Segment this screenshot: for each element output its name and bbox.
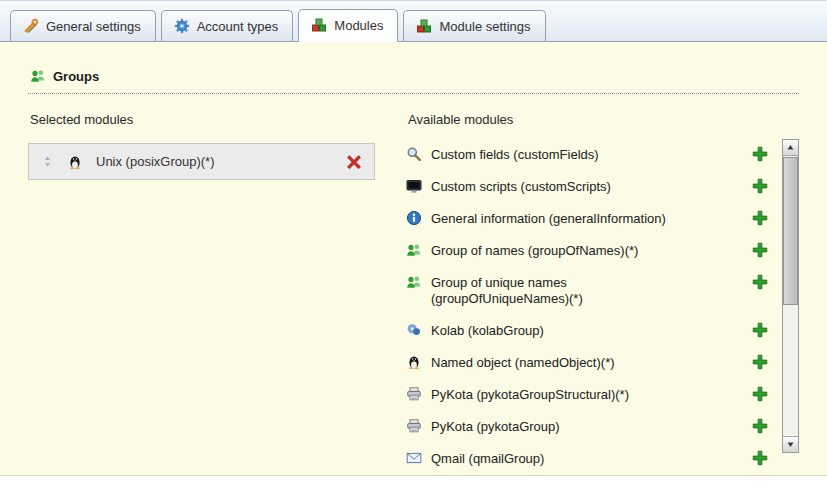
available-modules-column: Available modules Custom fields (customF… <box>406 112 799 475</box>
available-module-row: Named object (namedObject)(*) <box>406 347 782 379</box>
available-module-label: Qmail (qmailGroup) <box>431 450 544 468</box>
add-module-button[interactable] <box>752 178 768 194</box>
tab-account-types[interactable]: Account types <box>161 10 294 41</box>
available-modules-list: Custom fields (customFields) Custom scri… <box>406 139 782 475</box>
magnifier-icon <box>406 146 422 162</box>
tab-general-settings[interactable]: General settings <box>10 10 156 41</box>
available-module-label: Named object (namedObject)(*) <box>431 354 615 372</box>
available-module-label: Kolab (kolabGroup) <box>431 322 544 340</box>
tab-bar: General settings Account types Modules M… <box>0 0 827 42</box>
scrollbar[interactable] <box>782 139 799 453</box>
printer-icon <box>406 418 422 434</box>
kolab-icon <box>406 322 422 338</box>
available-module-label: PyKota (pykotaGroup) <box>431 418 560 436</box>
screen-icon <box>406 178 422 194</box>
available-module-label: General information (generalInformation) <box>431 210 666 228</box>
add-module-button[interactable] <box>752 418 768 434</box>
mail-icon <box>406 450 422 466</box>
section-header: Groups <box>28 42 799 94</box>
available-module-row: PyKota (pykotaGroup) <box>406 411 782 443</box>
scroll-down-button[interactable] <box>783 436 798 452</box>
tab-label: Module settings <box>439 19 530 34</box>
groups-icon <box>30 68 46 84</box>
arrow-up-icon <box>785 142 796 153</box>
selected-module-label: Unix (posixGroup)(*) <box>96 154 333 169</box>
scrollbar-track[interactable] <box>783 156 798 436</box>
modules-icon <box>311 17 327 33</box>
scroll-up-button[interactable] <box>783 140 798 156</box>
printer-icon <box>406 386 422 402</box>
available-module-row: PyKota (pykotaGroupStructural)(*) <box>406 379 782 411</box>
arrow-down-icon <box>785 439 796 450</box>
available-module-label: Group of unique names (groupOfUniqueName… <box>431 274 699 309</box>
tab-label: Modules <box>334 18 383 33</box>
available-module-row: General information (generalInformation) <box>406 203 782 235</box>
available-module-row: Group of names (groupOfNames)(*) <box>406 235 782 267</box>
scrollbar-thumb[interactable] <box>783 157 798 305</box>
selected-modules-column: Selected modules Unix (posixGroup)(*) <box>28 112 390 475</box>
tab-module-settings[interactable]: Module settings <box>403 10 545 41</box>
add-module-button[interactable] <box>752 210 768 226</box>
remove-module-button[interactable] <box>346 154 362 170</box>
add-module-button[interactable] <box>752 242 768 258</box>
available-modules-heading: Available modules <box>406 112 799 127</box>
group-icon <box>406 274 422 290</box>
gear-icon <box>174 18 190 34</box>
tab-modules[interactable]: Modules <box>298 9 398 42</box>
add-module-button[interactable] <box>752 274 768 290</box>
drag-handle-icon[interactable] <box>41 154 54 169</box>
selected-modules-heading: Selected modules <box>28 112 390 127</box>
info-icon <box>406 210 422 226</box>
available-module-label: PyKota (pykotaGroupStructural)(*) <box>431 386 629 404</box>
tab-label: General settings <box>46 19 141 34</box>
available-module-label: Group of names (groupOfNames)(*) <box>431 242 638 260</box>
section-title: Groups <box>53 69 99 84</box>
add-module-button[interactable] <box>752 450 768 466</box>
modules-icon <box>416 18 432 34</box>
available-module-row: Group of unique names (groupOfUniqueName… <box>406 267 782 316</box>
available-module-row: Kolab (kolabGroup) <box>406 315 782 347</box>
tab-label: Account types <box>197 19 279 34</box>
available-module-row: Qmail (qmailGroup) <box>406 443 782 475</box>
tools-icon <box>23 18 39 34</box>
add-module-button[interactable] <box>752 322 768 338</box>
group-icon <box>406 242 422 258</box>
available-module-row: Custom scripts (customScripts) <box>406 171 782 203</box>
selected-module-row[interactable]: Unix (posixGroup)(*) <box>28 143 375 180</box>
add-module-button[interactable] <box>752 354 768 370</box>
add-module-button[interactable] <box>752 146 768 162</box>
tux-icon <box>67 154 83 170</box>
available-module-label: Custom fields (customFields) <box>431 146 599 164</box>
available-module-row: Custom fields (customFields) <box>406 139 782 171</box>
add-module-button[interactable] <box>752 386 768 402</box>
modules-panel: Groups Selected modules Unix (posixGroup… <box>0 42 827 476</box>
available-module-label: Custom scripts (customScripts) <box>431 178 611 196</box>
tux-icon <box>406 354 422 370</box>
